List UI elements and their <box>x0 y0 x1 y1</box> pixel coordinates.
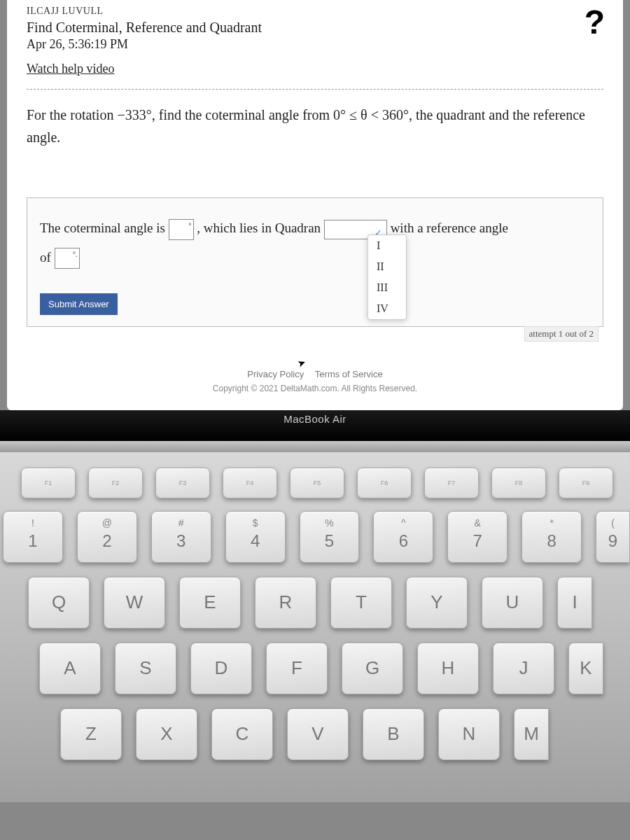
key-f3[interactable]: F3 <box>155 468 210 498</box>
key-h[interactable]: H <box>417 643 479 694</box>
breadcrumb: ILCAJJ LUVULL <box>27 6 603 17</box>
watch-help-video-link[interactable]: Watch help video <box>27 62 115 76</box>
key-f4[interactable]: F4 <box>223 468 277 498</box>
key-f[interactable]: F <box>266 643 328 694</box>
quadrant-option-1[interactable]: I <box>368 235 406 256</box>
key-z[interactable]: Z <box>60 708 122 760</box>
key-i[interactable]: I <box>557 577 592 629</box>
privacy-policy-link[interactable]: Privacy Policy <box>247 369 304 379</box>
key-2[interactable]: @2 <box>77 511 137 563</box>
page-title: Find Coterminal, Reference and Quadrant <box>27 20 603 36</box>
key-r[interactable]: R <box>255 577 316 629</box>
answer-text-4: of <box>40 250 55 265</box>
key-f6[interactable]: F6 <box>357 468 412 498</box>
degree-symbol: ° <box>189 218 192 234</box>
key-n[interactable]: N <box>438 708 500 760</box>
key-9[interactable]: (9 <box>596 511 630 563</box>
copyright-text: Copyright © 2021 DeltaMath.com. All Righ… <box>27 384 603 403</box>
key-e[interactable]: E <box>179 577 241 629</box>
key-y[interactable]: Y <box>406 577 468 629</box>
key-t[interactable]: T <box>330 577 392 629</box>
problem-statement: For the rotation −333°, find the cotermi… <box>27 104 603 148</box>
key-3[interactable]: #3 <box>151 511 211 563</box>
terms-of-service-link[interactable]: Terms of Service <box>315 369 383 379</box>
key-g[interactable]: G <box>342 643 403 694</box>
keyboard: F1F2F3F4F5F6F7F8F9 !1@2#3$4%5^6&7*8(9 QW… <box>0 452 630 802</box>
answer-text-3: with a reference angle <box>391 220 508 235</box>
key-f5[interactable]: F5 <box>290 468 344 498</box>
cursor-icon: ➤ <box>295 356 307 370</box>
macbook-label: MacBook Air <box>0 413 630 425</box>
key-x[interactable]: X <box>136 708 197 760</box>
key-1[interactable]: !1 <box>3 511 63 563</box>
rotation-angle: −333° <box>117 107 151 122</box>
key-a[interactable]: A <box>39 643 101 694</box>
page-date: Apr 26, 5:36:19 PM <box>27 37 603 52</box>
answer-text-2: , which lies in Quadran <box>197 220 321 235</box>
key-k[interactable]: K <box>568 643 603 694</box>
key-f9[interactable]: F9 <box>559 468 613 498</box>
key-c[interactable]: C <box>211 708 273 760</box>
quadrant-option-4[interactable]: IV <box>368 298 406 319</box>
coterminal-angle-input[interactable]: ° <box>169 219 194 240</box>
key-v[interactable]: V <box>287 708 349 760</box>
reference-angle-input[interactable]: °. <box>55 248 80 269</box>
divider <box>27 89 603 90</box>
answer-box: The coterminal angle is ° , which lies i… <box>27 197 603 327</box>
attempt-counter: attempt 1 out of 2 <box>524 326 598 342</box>
key-5[interactable]: %5 <box>300 511 360 563</box>
key-6[interactable]: ^6 <box>373 511 433 563</box>
key-j[interactable]: J <box>493 643 554 694</box>
quadrant-option-3[interactable]: III <box>368 277 406 298</box>
key-m[interactable]: M <box>514 708 549 760</box>
degree-symbol-2: °. <box>73 247 78 262</box>
quadrant-option-2[interactable]: II <box>368 256 406 277</box>
answer-text-1: The coterminal angle is <box>40 220 169 235</box>
footer-links: Privacy Policy Terms of Service <box>27 369 603 379</box>
key-s[interactable]: S <box>115 643 176 694</box>
quadrant-dropdown: I II III IV <box>368 234 407 320</box>
help-icon[interactable]: ? <box>584 3 605 41</box>
problem-text-1: For the rotation <box>27 107 117 122</box>
key-w[interactable]: W <box>104 577 165 629</box>
submit-answer-button[interactable]: Submit Answer <box>40 293 118 315</box>
laptop-hinge <box>0 441 630 452</box>
key-f2[interactable]: F2 <box>88 468 143 498</box>
key-f7[interactable]: F7 <box>424 468 479 498</box>
key-8[interactable]: *8 <box>522 511 582 563</box>
key-7[interactable]: &7 <box>447 511 507 563</box>
key-d[interactable]: D <box>190 643 252 694</box>
key-b[interactable]: B <box>363 708 424 760</box>
key-4[interactable]: $4 <box>225 511 286 563</box>
key-q[interactable]: Q <box>28 577 90 629</box>
laptop-bezel: MacBook Air <box>0 410 630 441</box>
key-f1[interactable]: F1 <box>21 468 76 498</box>
key-f8[interactable]: F8 <box>491 468 546 498</box>
key-u[interactable]: U <box>482 577 543 629</box>
